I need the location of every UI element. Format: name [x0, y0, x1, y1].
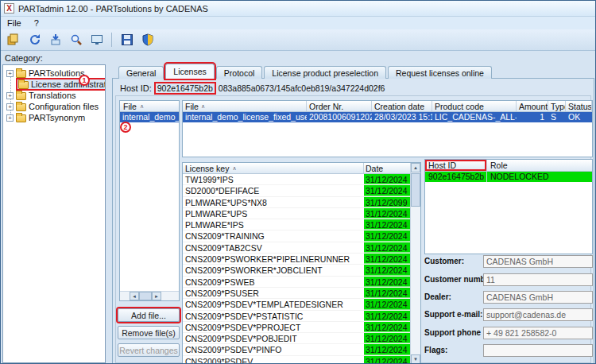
scroll-right-icon[interactable]: [152, 292, 161, 300]
customer-field[interactable]: CADENAS GmbH: [483, 255, 593, 268]
expand-icon[interactable]: [6, 92, 14, 99]
license-key-row[interactable]: TW1999*IPS 31/12/2024: [183, 174, 410, 185]
column-date[interactable]: Date: [364, 163, 410, 173]
license-key-row[interactable]: CNS2009*PSWEB 31/12/2024: [183, 277, 410, 288]
sidebar-item-partsolutions[interactable]: PARTsolutions: [3, 68, 105, 79]
license-key-vscrollbar[interactable]: [410, 163, 420, 364]
license-key-cell: PLMWARE*UPS: [183, 208, 364, 219]
column-host-id[interactable]: Host ID: [425, 160, 487, 171]
license-key-row[interactable]: SD2000*DEFIFACE 31/12/2024: [183, 185, 410, 196]
file-list-header[interactable]: File: [120, 101, 179, 112]
scroll-left-icon[interactable]: [130, 292, 139, 300]
license-key-row[interactable]: PLMWARE*UPS 31/12/2024: [183, 208, 410, 219]
vscroll-thumb[interactable]: [411, 173, 420, 207]
scroll-down-icon[interactable]: [411, 354, 420, 364]
app-logo-icon: X: [4, 3, 14, 14]
file-list-hscrollbar[interactable]: [120, 291, 179, 300]
license-key-row[interactable]: CNS2009*PSWORKER*PIPELINERUNNER 31/12/20…: [183, 254, 410, 265]
license-date-cell: 31/12/2024: [364, 288, 410, 298]
license-key-row[interactable]: CNS2009*PSDEV*PINFO 31/12/2024: [183, 344, 410, 355]
license-date-cell: 31/12/2024: [364, 311, 410, 321]
sidebar-item-partsynonym[interactable]: PARTsynonym: [3, 112, 105, 123]
license-key-row[interactable]: CNS2009*TRAINING 31/12/2024: [183, 230, 410, 242]
save-button[interactable]: [118, 31, 136, 49]
license-file-table: File Order Nr. Creation date Product cod…: [182, 100, 593, 157]
expand-icon[interactable]: [6, 70, 14, 77]
license-key-row[interactable]: CNS2009*PSDEV*PPROJECT 31/12/2024: [183, 322, 410, 333]
hscroll-thumb[interactable]: [139, 292, 152, 300]
revert-changes-button[interactable]: Revert changes: [118, 343, 180, 357]
column-role[interactable]: Role: [487, 160, 592, 171]
host-role-table: Host ID Role 902e16475b2b NODELOCKED: [424, 159, 593, 254]
import-button[interactable]: [46, 31, 64, 49]
tab-general[interactable]: General: [118, 66, 164, 79]
folder-icon: [16, 114, 26, 122]
sidebar-item-configuration-files[interactable]: Configuration files: [3, 101, 105, 112]
license-file-row[interactable]: internal_demo_license_fixed_users.cnsldb…: [183, 112, 592, 122]
menu-bar: File ?: [1, 17, 595, 29]
column-license-key[interactable]: License key: [183, 163, 364, 173]
license-key-row[interactable]: PLMWARE*UPS*NX8 31/12/2099: [183, 197, 410, 208]
cell-product-code: LIC_CADENAS-_ALL-SW-WI-1S: [432, 112, 517, 122]
search-button[interactable]: [67, 31, 85, 49]
host-id-value: 902e16475b2b: [154, 82, 216, 95]
sort-asc-icon: [140, 103, 144, 110]
column-type[interactable]: Type: [548, 101, 566, 111]
flags-field[interactable]: [483, 344, 593, 357]
license-date-cell: 31/12/2024: [364, 265, 410, 275]
cell-role: NODELOCKED: [487, 172, 592, 182]
tab-licenses[interactable]: Licenses: [165, 64, 214, 79]
license-date-cell: 31/12/2024: [364, 254, 410, 264]
open-button[interactable]: [5, 31, 23, 49]
menu-help[interactable]: ?: [34, 18, 39, 28]
license-key-row[interactable]: CNS2009*PSDEV*POBJEDIT 31/12/2024: [183, 333, 410, 344]
support-phone-label: Support phone nr.:: [424, 328, 485, 337]
license-key-row[interactable]: CNS2009*PSDEV*TEMPLATEDESIGNER 31/12/202…: [183, 299, 410, 310]
license-key-row[interactable]: PLMWARE*IPS 31/12/2024: [183, 219, 410, 230]
tab-license-product-preselection[interactable]: License product preselection: [264, 66, 386, 79]
folder-icon: [16, 92, 26, 100]
scroll-up-icon[interactable]: [411, 163, 420, 172]
open-icon: [7, 33, 21, 46]
expand-icon[interactable]: [6, 103, 14, 110]
license-key-row[interactable]: CNS2009*PSDEV*PSTATISTIC 31/12/2024: [183, 311, 410, 322]
protection-button[interactable]: [138, 31, 157, 49]
column-status[interactable]: Status: [566, 101, 592, 111]
license-key-row[interactable]: CNS2009*PSWORKER*JOBCLIENT 31/12/2024: [183, 265, 410, 276]
file-list-item-selected[interactable]: internal_demo_: [120, 112, 179, 122]
customer-number-field[interactable]: 11: [483, 273, 593, 286]
menu-file[interactable]: File: [7, 18, 21, 28]
tab-request-licenses-online[interactable]: Request licenses online: [388, 66, 492, 79]
column-creation-date[interactable]: Creation date: [372, 101, 432, 111]
column-file[interactable]: File: [183, 101, 307, 111]
sidebar-item-translations[interactable]: Translations: [3, 90, 105, 101]
title-bar[interactable]: X PARTadmin 12.00 - PARTsolutions by CAD…: [1, 1, 595, 17]
remove-files-button[interactable]: Remove file(s): [118, 326, 180, 339]
host-role-row[interactable]: 902e16475b2b NODELOCKED: [425, 172, 592, 182]
license-key-cell: CNS2009*PSDEV*PPROJECT: [183, 322, 364, 332]
support-phone-field[interactable]: + 49 821 258582-0: [483, 327, 593, 339]
refresh-button[interactable]: [25, 31, 44, 49]
license-key-row[interactable]: CNS2009*PSDEV 31/12/2024: [183, 356, 410, 364]
license-key-cell: CNS2009*PSDEV*PINFO: [183, 344, 364, 354]
sidebar-item-label: PARTsolutions: [29, 68, 85, 78]
sidebar-item-label: License administration: [31, 79, 106, 89]
column-product-code[interactable]: Product code: [432, 101, 517, 111]
window-title: PARTadmin 12.00 - PARTsolutions by CADEN…: [18, 4, 208, 14]
column-amount[interactable]: Amount: [517, 101, 548, 111]
license-key-row[interactable]: CNS2009*PSUSER 31/12/2024: [183, 288, 410, 299]
license-file-table-header: File Order Nr. Creation date Product cod…: [183, 101, 592, 112]
license-key-cell: CNS2009*PSDEV: [183, 356, 364, 364]
support-email-field[interactable]: support@cadenas.de: [483, 308, 593, 321]
dealer-field[interactable]: CADENAS GmbH: [483, 291, 593, 304]
license-date-cell: 31/12/2024: [364, 219, 410, 230]
license-key-table-header: License key Date: [183, 163, 410, 174]
window-button[interactable]: [87, 31, 106, 49]
expand-icon[interactable]: [6, 114, 14, 122]
column-order-nr[interactable]: Order Nr.: [307, 101, 372, 111]
shield-icon: [141, 33, 154, 46]
tab-protocol[interactable]: Protocol: [216, 66, 263, 79]
license-key-row[interactable]: CNS2009*TAB2CSV 31/12/2024: [183, 242, 410, 254]
cell-status: OK: [566, 112, 592, 122]
add-file-button[interactable]: Add file...: [118, 308, 180, 322]
